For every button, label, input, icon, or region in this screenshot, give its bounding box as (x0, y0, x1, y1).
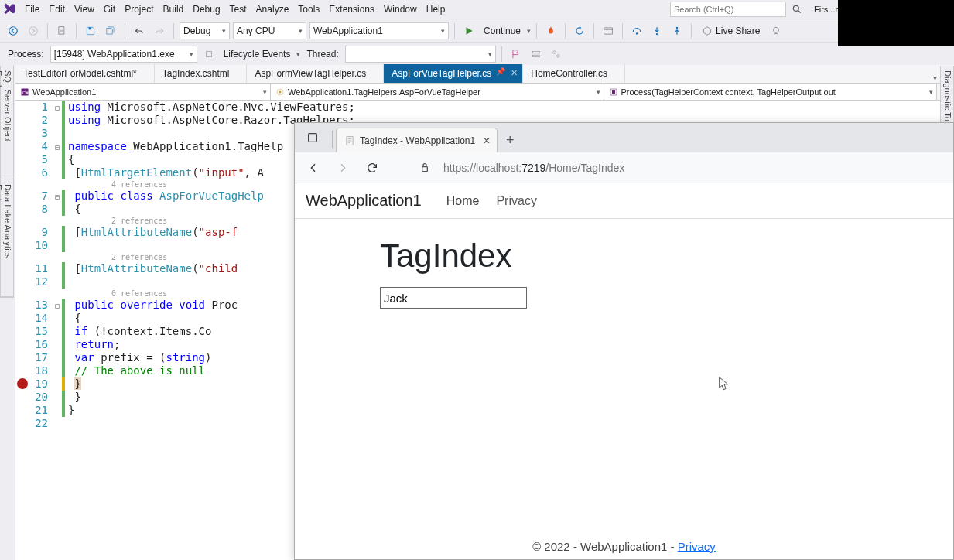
browser-back-button[interactable] (303, 157, 324, 179)
svg-point-14 (774, 27, 779, 32)
target-select[interactable]: WebApplication1 (309, 22, 449, 39)
svg-point-0 (793, 5, 798, 11)
thread-label: Thread: (303, 49, 341, 60)
menu-analyze[interactable]: Analyze (251, 4, 294, 15)
svg-point-12 (656, 32, 658, 34)
footer-privacy-link[interactable]: Privacy (678, 540, 716, 553)
menu-git[interactable]: Git (99, 4, 120, 15)
svg-rect-28 (309, 134, 317, 142)
flag-icon[interactable] (508, 46, 525, 63)
menu-edit[interactable]: Edit (44, 4, 70, 15)
save-all-icon[interactable] (102, 22, 119, 39)
nav-back-icon[interactable] (5, 22, 22, 39)
close-tab-icon[interactable]: ✕ (511, 68, 518, 78)
tab-actions-icon[interactable] (301, 126, 324, 149)
menu-view[interactable]: View (70, 4, 99, 15)
context-nav: C# WebApplication1 WebApplication1.TagHe… (15, 84, 954, 101)
process-label: Process: (5, 49, 47, 60)
menu-window[interactable]: Window (379, 4, 422, 15)
debug-toolbar: Process: [15948] WebApplication1.exe Lif… (0, 42, 954, 65)
url-display[interactable]: https://localhost:7219/Home/TagIndex (443, 162, 624, 174)
svg-rect-9 (89, 27, 92, 29)
menu-debug[interactable]: Debug (188, 4, 224, 15)
show-threads-icon[interactable] (548, 46, 565, 63)
browser-window: TagIndex - WebApplication1 ✕ + https://l… (294, 122, 954, 560)
datalake-explorer-tab[interactable]: Data Lake Analytics Explorer (1, 179, 13, 297)
undo-icon[interactable] (131, 22, 148, 39)
tagindex-input[interactable] (380, 287, 527, 309)
svg-rect-15 (532, 51, 539, 53)
menu-test[interactable]: Test (225, 4, 251, 15)
new-item-icon[interactable] (53, 22, 70, 39)
site-info-icon[interactable] (414, 157, 436, 179)
context-type-select[interactable]: WebApplication1.TagHelpers.AspForVueTagH… (271, 84, 604, 100)
search-input[interactable] (670, 2, 786, 17)
continue-label[interactable]: Continue (480, 26, 524, 36)
nav-home-link[interactable]: Home (446, 194, 480, 208)
config-select[interactable]: Debug (180, 22, 230, 39)
doc-tab[interactable]: TestEditorForModel.cshtml* (15, 64, 155, 83)
menu-extensions[interactable]: Extensions (324, 4, 379, 15)
browser-tab[interactable]: TagIndex - WebApplication1 ✕ (336, 128, 498, 152)
restart-icon[interactable] (571, 22, 588, 39)
brand-link[interactable]: WebApplication1 (306, 192, 422, 210)
new-tab-button[interactable]: + (498, 128, 522, 152)
tab-overflow-icon[interactable]: ▾ (933, 73, 937, 83)
csharp-project-icon: C# (20, 87, 29, 97)
vs-logo-icon (3, 2, 17, 16)
nav-privacy-link[interactable]: Privacy (496, 194, 536, 208)
main-toolbar: Debug Any CPU WebApplication1 Continue ▾… (0, 19, 954, 42)
svg-point-13 (676, 26, 678, 28)
context-member-select[interactable]: Process(TagHelperContext context, TagHel… (604, 84, 938, 100)
code-line[interactable]: 1⊟using Microsoft.AspNetCore.Mvc.ViewFea… (31, 101, 954, 114)
lifecycle-label[interactable]: Lifecycle Events (221, 49, 294, 60)
svg-text:C#: C# (22, 90, 29, 94)
step-out-icon[interactable] (668, 22, 686, 39)
menu-help[interactable]: Help (422, 4, 450, 15)
feedback-icon[interactable] (768, 22, 785, 39)
mouse-cursor-icon (719, 377, 730, 392)
hot-reload-icon[interactable] (542, 22, 559, 39)
svg-rect-30 (422, 166, 428, 171)
menu-build[interactable]: Build (159, 4, 189, 15)
platform-select[interactable]: Any CPU (233, 22, 306, 39)
redo-icon[interactable] (151, 22, 168, 39)
save-icon[interactable] (82, 22, 99, 39)
doc-tab[interactable]: AspForVueTagHelper.cs📌✕ (384, 64, 523, 83)
nav-forward-icon[interactable] (25, 22, 42, 39)
browser-forward-button[interactable] (332, 157, 354, 179)
close-tab-icon[interactable]: ✕ (483, 135, 491, 146)
svg-point-7 (29, 26, 38, 35)
sql-explorer-tab[interactable]: SQL Server Object Explorer (1, 66, 13, 179)
search-icon[interactable] (789, 4, 805, 15)
step-into-icon[interactable] (648, 22, 665, 39)
context-project-select[interactable]: C# WebApplication1 (15, 84, 271, 100)
external-dark-area (838, 0, 954, 46)
menu-bar: FileEditViewGitProjectBuildDebugTestAnal… (0, 0, 954, 19)
breakpoint-icon[interactable] (17, 378, 28, 389)
step-over-icon[interactable] (628, 22, 645, 39)
doc-tab[interactable]: HomeController.cs (523, 64, 625, 83)
thread-select[interactable] (345, 46, 496, 63)
browser-link-icon[interactable] (600, 22, 617, 39)
method-icon (609, 87, 618, 97)
svg-rect-8 (59, 26, 64, 33)
continue-icon[interactable] (460, 22, 477, 39)
page-footer: © 2022 - WebApplication1 - Privacy (295, 540, 953, 553)
svg-point-6 (9, 26, 18, 35)
browser-content: WebApplication1 Home Privacy TagIndex © … (295, 183, 953, 559)
svg-rect-10 (604, 27, 613, 33)
menu-file[interactable]: File (20, 4, 44, 15)
doc-tab[interactable]: TagIndex.cshtml (155, 64, 248, 83)
pin-icon[interactable]: 📌 (496, 67, 505, 76)
doc-tab[interactable]: AspFormViewTagHelper.cs (247, 64, 384, 83)
live-share-button[interactable]: Live Share (697, 26, 764, 36)
lifecycle-icon[interactable] (200, 46, 217, 63)
process-select[interactable]: [15948] WebApplication1.exe (50, 46, 197, 63)
menu-tools[interactable]: Tools (293, 4, 324, 15)
stack-frame-icon[interactable] (528, 46, 545, 63)
svg-rect-25 (612, 90, 615, 94)
menu-project[interactable]: Project (120, 4, 158, 15)
browser-refresh-button[interactable] (361, 157, 383, 179)
svg-point-17 (553, 50, 556, 53)
